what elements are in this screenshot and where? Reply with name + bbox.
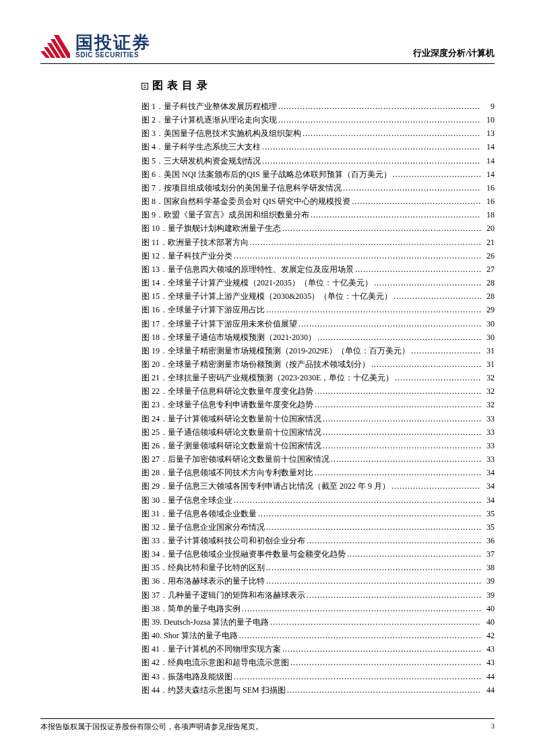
- toc-item-page: 40: [482, 615, 495, 629]
- toc-dots: [394, 289, 481, 303]
- toc-item-label: 图 7．按项目组成领域划分的美国量子信息科学研发情况: [141, 181, 342, 195]
- toc-item-page: 39: [482, 574, 495, 588]
- toc-dots: [266, 520, 481, 534]
- toc-item-page: 18: [482, 208, 495, 221]
- toc-item: 图 33．量子计算领域科技公司和初创企业分布36: [141, 534, 495, 547]
- toc-item: 图 37．几种量子逻辑门的矩阵和布洛赫球表示39: [141, 588, 495, 602]
- toc-item-page: 28: [482, 276, 495, 289]
- toc-item-page: 14: [482, 140, 495, 153]
- toc-item: 图 21．全球抗量子密码产业规模预测（2023-2030E，单位：十亿美元）32: [141, 371, 495, 384]
- toc-item-label: 图 30．量子信息全球企业: [141, 493, 232, 507]
- page-number: 3: [491, 722, 495, 732]
- toc-item-page: 30: [482, 331, 495, 344]
- toc-item: 图 36．用布洛赫球表示的量子比特39: [141, 574, 495, 588]
- toc-item: 图 23．全球量子信息专利申请数量年度变化趋势32: [141, 398, 495, 411]
- toc-item: 图 3．美国量子信息技术实施机构及组织架构13: [141, 127, 495, 140]
- toc-item-label: 图 37．几种量子逻辑门的矩阵和布洛赫球表示: [141, 588, 305, 602]
- toc-item: 图 16．全球量子计算下游应用占比29: [141, 303, 495, 316]
- toc-item-page: 20: [482, 221, 495, 235]
- toc-item: 图 8．国家自然科学基金委员会对 QIS 研究中心的规模投资16: [141, 195, 495, 208]
- toc-title-text: 图表目录: [152, 79, 212, 93]
- toc-dots: [371, 357, 481, 371]
- toc-item-page: 9: [482, 100, 495, 113]
- toc-item: 图 19．全球量子精密测量市场规模预测（2019-2029E）（单位：百万美元）…: [141, 344, 495, 357]
- toc-item-label: 图 35．经典比特和量子比特的区别: [141, 561, 265, 574]
- toc-item-label: 图 6．美国 NQI 法案颁布后的QIS 量子战略总体联邦预算（百万美元）: [141, 168, 391, 181]
- toc-item: 图 27．后量子加密领域科研论文数量前十位国家情况33: [141, 452, 495, 466]
- toc-item-label: 图 39. Deutsch-Jozsa 算法的量子电路: [141, 615, 269, 629]
- toc-item-label: 图 31．量子信息各领域企业数量: [141, 507, 257, 520]
- toc-dots: [315, 466, 481, 479]
- toc-item-page: 21: [482, 236, 495, 249]
- toc-item-label: 图 16．全球量子计算下游应用占比: [141, 303, 265, 316]
- toc-item-label: 图 27．后量子加密领域科研论文数量前十位国家情况: [141, 452, 329, 466]
- toc-item: 图 12．量子科技产业分类26: [141, 249, 495, 263]
- toc-item-page: 43: [482, 656, 495, 669]
- toc-item-label: 图 12．量子科技产业分类: [141, 249, 232, 263]
- toc-dots: [282, 221, 481, 235]
- toc-item-page: 27: [482, 263, 495, 276]
- content: 图表目录 图 1．量子科技产业整体发展历程梳理9图 2．量子计算机逐渐从理论走向…: [40, 79, 495, 697]
- toc-dots: [258, 507, 481, 520]
- toc-item-label: 图 4．量子科学生态系统三大支柱: [141, 140, 261, 153]
- toc-item-label: 图 36．用布洛赫球表示的量子比特: [141, 574, 265, 588]
- toc-item-page: 32: [482, 371, 495, 384]
- toc-item: 图 38．简单的量子电路实例40: [141, 602, 495, 615]
- toc-item-label: 图 33．量子计算领域科技公司和初创企业分布: [141, 534, 305, 547]
- toc-item-page: 30: [482, 317, 495, 331]
- toc-item-label: 图 29．量子信息三大领域各国专利申请占比情况（截至 2022 年 9 月）: [141, 479, 390, 493]
- toc-item-page: 10: [482, 113, 495, 127]
- toc-item: 图 4．量子科学生态系统三大支柱14: [141, 140, 495, 153]
- toc-item-label: 图 34．量子信息领域企业投融资事件数量与金额变化趋势: [141, 547, 346, 561]
- toc-item: 图 26．量子测量领域科研论文数量前十位国家情况33: [141, 439, 495, 452]
- toc-item-label: 图 14．全球量子计算产业规模（2021-2035）（单位：十亿美元）: [141, 276, 373, 289]
- toc-item-page: 14: [482, 154, 495, 168]
- toc-dots: [278, 100, 481, 113]
- toc-item: 图 10．量子旗舰计划构建欧洲量子生态20: [141, 221, 495, 235]
- toc-item-page: 34: [482, 479, 495, 493]
- logo-icon: [40, 35, 70, 58]
- toc-dots: [250, 236, 481, 249]
- toc-dots: [352, 195, 481, 208]
- toc-item-label: 图 28．量子信息领域不同技术方向专利数量对比: [141, 466, 313, 479]
- toc-item-label: 图 19．全球量子精密测量市场规模预测（2019-2029E）（单位：百万美元）: [141, 344, 410, 357]
- toc-item: 图 5．三大研发机构资金规划情况14: [141, 154, 495, 168]
- toc-item: 图 15．全球量子计算上游产业规模（2030&2035）（单位：十亿美元）28: [141, 289, 495, 303]
- toc-dots: [266, 561, 481, 574]
- toc-dots: [374, 276, 481, 289]
- toc-dots: [266, 574, 481, 588]
- toc-item: 图 40. Shor 算法的量子电路42: [141, 629, 495, 642]
- toc-dots: [323, 412, 481, 425]
- toc-dots: [307, 588, 481, 602]
- toc-item: 图 13．量子信息四大领域的原理特性、发展定位及应用场景27: [141, 263, 495, 276]
- toc-item-page: 35: [482, 520, 495, 534]
- logo: 国投证券 SDIC SECURITIES: [40, 34, 151, 59]
- toc-item: 图 29．量子信息三大领域各国专利申请占比情况（截至 2022 年 9 月）34: [141, 479, 495, 493]
- toc-item-page: 34: [482, 466, 495, 479]
- toc-item-label: 图 17．全球量子计算下游应用未来价值展望: [141, 317, 297, 331]
- toc-item-label: 图 25．量子通信领域科研论文数量前十位国家情况: [141, 425, 321, 439]
- toc-dots: [270, 615, 481, 629]
- toc-item-page: 33: [482, 452, 495, 466]
- footer-copyright: 本报告版权属于国投证券股份有限公司，各项声明请参见报告尾页。: [40, 722, 263, 732]
- toc-item-page: 29: [482, 303, 495, 316]
- toc-dots: [317, 331, 481, 344]
- header-category: 行业深度分析/计算机: [413, 47, 495, 59]
- toc-item-page: 35: [482, 507, 495, 520]
- toc-item-label: 图 23．全球量子信息专利申请数量年度变化趋势: [141, 398, 313, 411]
- toc-item: 图 43．振荡电路及能级图44: [141, 670, 495, 683]
- toc-item-page: 38: [482, 561, 495, 574]
- page-footer: 本报告版权属于国投证券股份有限公司，各项声明请参见报告尾页。 3: [40, 718, 495, 732]
- toc-item-page: 43: [482, 642, 495, 656]
- toc-item-label: 图 24．量子计算领域科研论文数量前十位国家情况: [141, 412, 321, 425]
- toc-dots: [278, 113, 481, 127]
- toc-item-label: 图 3．美国量子信息技术实施机构及组织架构: [141, 127, 301, 140]
- toc-item-label: 图 1．量子科技产业整体发展历程梳理: [141, 100, 277, 113]
- toc-item: 图 44．约瑟夫森结示意图与 SEM 扫描图44: [141, 683, 495, 697]
- toc-item: 图 31．量子信息各领域企业数量35: [141, 507, 495, 520]
- toc-item: 图 32．量子信息企业国家分布情况35: [141, 520, 495, 534]
- toc-item-label: 图 5．三大研发机构资金规划情况: [141, 154, 261, 168]
- toc-item: 图 18．全球量子通信市场规模预测（2021-2030）30: [141, 331, 495, 344]
- list-icon: [141, 83, 148, 90]
- toc-item-label: 图 9．欧盟《量子宣言》成员国和组织数量分布: [141, 208, 309, 221]
